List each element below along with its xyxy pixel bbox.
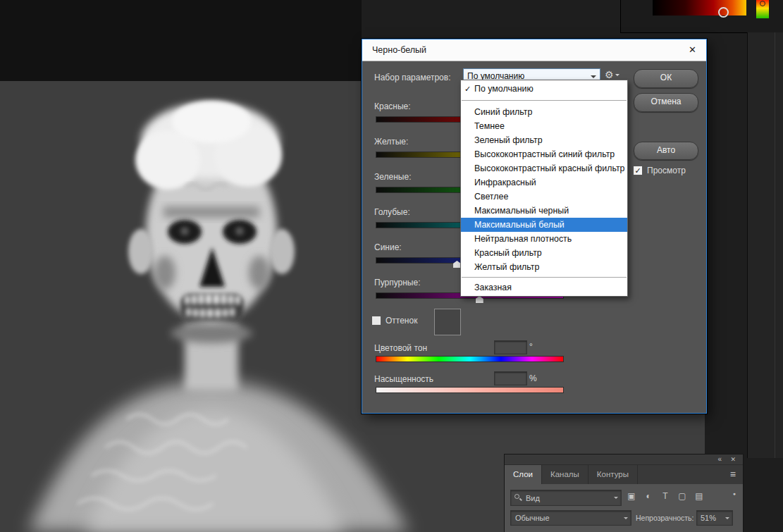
gear-icon: ⚙ <box>605 69 614 80</box>
tab-layers[interactable]: Слои <box>505 465 542 484</box>
tint-color-swatch[interactable] <box>434 309 461 335</box>
ok-button[interactable]: ОК <box>634 69 698 88</box>
color-picker-cursor[interactable] <box>718 7 729 18</box>
panel-tab-bar: СлоиКаналыКонтуры ≡ <box>505 465 743 484</box>
slider-label-cyans: Голубые: <box>374 207 410 217</box>
type-layer-filter-icon[interactable]: T <box>658 491 672 501</box>
menu-item[interactable]: Высококонтрастный красный фильтр <box>461 161 627 175</box>
checkbox-checked-icon: ✓ <box>633 166 643 175</box>
saturation-input[interactable] <box>494 371 527 385</box>
saturation-unit: % <box>529 373 537 383</box>
saturation-gradient-bar[interactable] <box>376 388 563 392</box>
collapse-panel-icon[interactable]: « <box>717 454 722 464</box>
right-panel-strip <box>747 32 783 458</box>
chevron-down-icon <box>614 497 618 501</box>
chevron-down-icon <box>615 74 619 78</box>
slider-label-yellows: Желтые: <box>374 137 408 147</box>
hue-label: Цветовой тон <box>374 343 427 353</box>
filter-toggle-icon[interactable]: ● <box>733 491 736 496</box>
checkbox-unchecked-icon <box>371 316 381 326</box>
shape-layer-filter-icon[interactable]: ▢ <box>675 491 689 501</box>
pixel-layer-filter-icon[interactable]: ▣ <box>624 491 639 501</box>
chevron-down-icon <box>725 517 729 521</box>
slider-label-reds: Красные: <box>374 101 411 111</box>
dialog-title: Черно-белый <box>372 45 426 55</box>
layers-panel: « ✕ СлоиКаналыКонтуры ≡ Вид ▣ ◐ T ▢ ▤ ● … <box>505 454 743 532</box>
tab-channels[interactable]: Каналы <box>542 465 588 484</box>
menu-item[interactable]: Нейтральная плотность <box>461 232 627 246</box>
menu-item[interactable]: Максимальный белый <box>461 218 627 232</box>
slider-label-greens: Зеленые: <box>374 172 411 182</box>
menu-item-default[interactable]: ✓ По умолчанию <box>461 82 627 96</box>
blend-mode-select[interactable]: Обычные <box>510 510 631 526</box>
hue-gradient-bar[interactable] <box>376 357 563 361</box>
smart-object-filter-icon[interactable]: ▤ <box>692 491 706 501</box>
layer-filter-value: Вид <box>526 494 540 502</box>
panel-header-bar: « ✕ <box>505 454 743 465</box>
cancel-button[interactable]: Отмена <box>634 93 698 112</box>
tab-paths[interactable]: Контуры <box>588 465 638 484</box>
layer-filter-select[interactable]: Вид <box>510 490 622 506</box>
hue-input[interactable] <box>494 340 527 354</box>
menu-item[interactable]: Желтый фильтр <box>461 260 627 274</box>
tint-checkbox[interactable]: Оттенок <box>371 316 417 326</box>
slider-label-magentas: Пурпурные: <box>374 278 420 287</box>
hue-unit: ° <box>529 342 533 352</box>
menu-item[interactable]: Светлее <box>461 190 627 204</box>
preview-label: Просмотр <box>647 166 686 175</box>
opacity-value: 51% <box>697 514 716 522</box>
opacity-label: Непрозрачность: <box>636 514 694 522</box>
menu-item[interactable]: Красный фильтр <box>461 246 627 260</box>
tint-label: Оттенок <box>386 316 417 326</box>
dialog-title-bar[interactable]: Черно-белый ✕ <box>362 39 706 61</box>
menu-separator <box>462 277 627 278</box>
check-icon: ✓ <box>464 82 471 96</box>
preset-options-button[interactable]: ⚙ <box>605 69 619 80</box>
panel-menu-icon[interactable]: ≡ <box>730 469 736 480</box>
auto-button[interactable]: Авто <box>634 142 698 160</box>
photoshop-workspace: Черно-белый ✕ Набор параметров: По умолч… <box>0 0 783 532</box>
preset-label: Набор параметров: <box>374 73 451 82</box>
menu-item[interactable]: Инфракрасный <box>461 175 627 190</box>
menu-item[interactable]: Темнее <box>461 119 627 133</box>
color-panel-fragment <box>620 0 783 33</box>
panel-divider <box>775 32 775 458</box>
opacity-input[interactable]: 51% <box>696 510 733 526</box>
hue-swatch[interactable] <box>756 0 769 18</box>
preset-dropdown-menu: ✓ По умолчанию Синий фильтр Темнее Зелен… <box>460 80 628 297</box>
search-icon <box>514 494 522 502</box>
menu-item[interactable]: Синий фильтр <box>461 105 627 119</box>
menu-item[interactable]: Высококонтрастный синий фильтр <box>461 147 627 161</box>
hue-swatch-cursor <box>760 1 765 6</box>
menu-separator <box>462 100 627 101</box>
menu-item[interactable]: Максимальный черный <box>461 204 627 218</box>
preview-checkbox[interactable]: ✓ Просмотр <box>633 166 686 175</box>
close-icon[interactable]: ✕ <box>689 44 696 55</box>
pasteboard-top <box>0 0 362 81</box>
color-gradient-bar[interactable] <box>653 0 746 16</box>
layers-panel-body: Вид ▣ ◐ T ▢ ▤ ● Обычные Непрозрачность: … <box>505 484 743 532</box>
slider-label-blues: Синие: <box>374 242 402 252</box>
menu-item[interactable]: Зеленый фильтр <box>461 133 627 147</box>
menu-item-custom[interactable]: Заказная <box>461 280 627 295</box>
blend-mode-value: Обычные <box>511 514 550 522</box>
adjustment-layer-filter-icon[interactable]: ◐ <box>641 491 655 501</box>
close-panel-icon[interactable]: ✕ <box>730 454 736 464</box>
chevron-down-icon <box>624 517 628 521</box>
saturation-label: Насыщенность <box>374 374 433 384</box>
